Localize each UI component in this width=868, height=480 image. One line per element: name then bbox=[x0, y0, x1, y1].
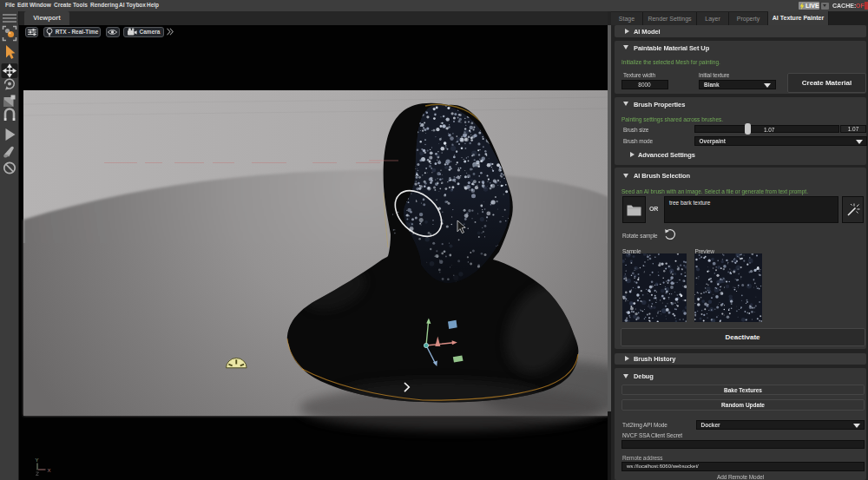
svg-text:X: X bbox=[48, 468, 51, 473]
svg-text:Y: Y bbox=[36, 457, 39, 463]
